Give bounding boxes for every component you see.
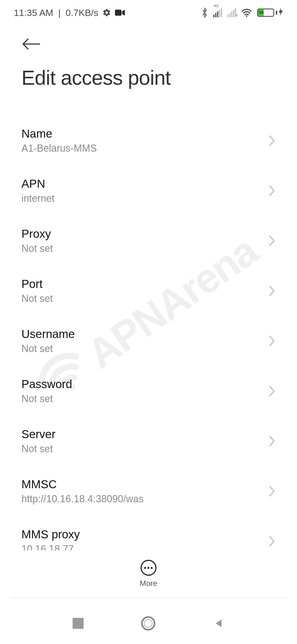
back-button[interactable]	[21, 33, 43, 55]
setting-value: Not set	[21, 343, 75, 354]
setting-value: http://10.16.18.4:38090/was	[21, 493, 144, 505]
setting-label: Port	[21, 277, 53, 291]
chevron-right-icon	[268, 335, 276, 347]
page-title: Edit access point	[21, 66, 276, 89]
setting-row-apn[interactable]: APN internet	[21, 166, 276, 216]
setting-label: Username	[21, 328, 75, 341]
setting-value: internet	[21, 193, 54, 204]
setting-value: Not set	[21, 243, 53, 254]
setting-row-username[interactable]: Username Not set	[21, 316, 276, 366]
chevron-right-icon	[268, 185, 276, 197]
signal-icon-sim1: 4G	[213, 8, 222, 17]
settings-list[interactable]: Name A1-Belarus-MMS APN internet Proxy N…	[0, 116, 297, 567]
chevron-right-icon	[268, 135, 276, 147]
setting-value: Not set	[21, 443, 56, 455]
gear-icon	[102, 8, 111, 17]
nav-back-button[interactable]	[213, 618, 224, 629]
chevron-right-icon	[268, 385, 276, 397]
setting-label: Proxy	[21, 227, 53, 241]
setting-row-name[interactable]: Name A1-Belarus-MMS	[21, 116, 276, 166]
setting-row-password[interactable]: Password Not set	[21, 366, 276, 416]
chevron-right-icon	[268, 235, 276, 247]
status-bar: 11:35 AM | 0.7KB/s 4G ×	[0, 0, 297, 25]
setting-label: Name	[21, 127, 97, 140]
bluetooth-icon	[201, 7, 208, 18]
battery-percent: 38	[258, 10, 263, 15]
system-nav-bar	[0, 603, 297, 644]
setting-label: Password	[21, 378, 72, 391]
svg-point-1	[246, 15, 247, 17]
charging-icon	[278, 8, 283, 18]
setting-value: A1-Belarus-MMS	[21, 143, 97, 154]
app-header: Edit access point	[0, 30, 297, 89]
chevron-right-icon	[268, 435, 276, 447]
more-button[interactable]: More	[140, 560, 157, 588]
more-label: More	[140, 579, 157, 588]
setting-row-port[interactable]: Port Not set	[21, 266, 276, 316]
setting-row-mmsc[interactable]: MMSC http://10.16.18.4:38090/was	[21, 466, 276, 516]
setting-row-proxy[interactable]: Proxy Not set	[21, 216, 276, 266]
camera-icon	[115, 9, 125, 16]
chevron-right-icon	[268, 535, 276, 547]
setting-label: MMS proxy	[21, 528, 80, 541]
status-right: 4G × 38	[201, 7, 283, 18]
svg-rect-0	[115, 10, 122, 16]
bottom-action-bar: More	[0, 550, 297, 597]
setting-row-server[interactable]: Server Not set	[21, 416, 276, 466]
status-left: 11:35 AM | 0.7KB/s	[14, 7, 125, 18]
setting-label: Server	[21, 428, 56, 441]
setting-value: Not set	[21, 293, 53, 304]
setting-label: MMSC	[21, 478, 144, 491]
status-separator: |	[58, 7, 61, 18]
battery-indicator: 38	[257, 8, 283, 18]
status-net-speed: 0.7KB/s	[66, 7, 98, 18]
status-time: 11:35 AM	[14, 7, 53, 18]
divider	[10, 598, 287, 598]
chevron-right-icon	[268, 285, 276, 297]
setting-value: Not set	[21, 393, 72, 405]
nav-recents-button[interactable]	[73, 618, 84, 629]
signal-icon-sim2: ×	[227, 8, 236, 17]
more-icon	[141, 560, 156, 576]
chevron-right-icon	[268, 485, 276, 497]
signal-label: 4G	[214, 4, 219, 8]
setting-label: APN	[21, 177, 54, 190]
nav-home-button[interactable]	[141, 616, 155, 631]
wifi-icon	[241, 8, 252, 17]
